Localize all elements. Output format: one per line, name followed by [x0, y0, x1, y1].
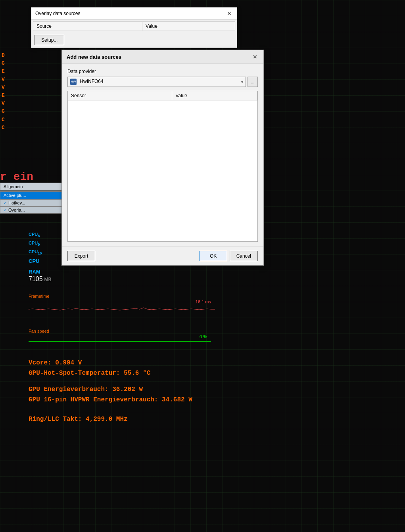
frametime-label: Frametime — [29, 294, 215, 299]
fan-value-container: 0 % — [29, 333, 211, 339]
hotkeys-check-icon: ✓ — [4, 201, 7, 205]
left-label-g: G — [0, 60, 29, 67]
overlay-sources-table: Source Value — [33, 21, 235, 31]
sidebar-tabs-container: Allgemein Active plu... ✓ Hotkey... ✓ Ov… — [0, 183, 63, 214]
overlay-sources-close-button[interactable]: ✕ — [226, 10, 233, 17]
cancel-button[interactable]: Cancel — [230, 251, 258, 261]
stats-block: Vcore: 0.994 V GPU-Hot-Spot-Temperatur: … — [29, 358, 192, 425]
cpu-label: CPU — [29, 257, 42, 265]
sensor-col-header: Sensor — [68, 91, 172, 100]
hwinfo-overlay: CPU8 CPU9 CPU10 CPU RAM 7105 MB Frametim… — [29, 230, 405, 532]
left-label-v1: V — [0, 76, 29, 84]
footer-ok-cancel: OK Cancel — [200, 251, 258, 261]
cpu8-label: CPU8 — [29, 231, 42, 239]
cpu9-label: CPU9 — [29, 240, 42, 248]
value-col-header: Value — [142, 22, 235, 31]
overlay-sources-title: Overlay data sources — [35, 11, 80, 16]
overlay-sources-body: Source Value — [31, 20, 237, 33]
provider-label: Data provider — [67, 69, 258, 74]
overlay-sources-dialog: Overlay data sources ✕ Source Value Setu… — [31, 7, 237, 48]
ram-section: RAM 7105 MB — [29, 268, 52, 283]
cpu10-label: CPU10 — [29, 249, 42, 256]
provider-name: HwINFO64 — [80, 79, 103, 84]
add-source-titlebar: Add new data sources ✕ — [62, 50, 263, 64]
frametime-graph — [29, 305, 215, 314]
gpu-hotspot-line: GPU-Hot-Spot-Temperatur: 55.6 °C — [29, 368, 192, 379]
ram-value: 7105 — [29, 276, 43, 283]
fan-label: Fan speed — [29, 329, 211, 333]
r-ein-text: r ein — [0, 171, 33, 183]
ring-llc-line: Ring/LLC Takt: 4,299.0 MHz — [29, 414, 192, 425]
overlay-sources-setup-button[interactable]: Setup... — [35, 35, 64, 45]
sidebar-menu-hotkeys[interactable]: ✓ Hotkey... — [0, 199, 63, 206]
fan-section: Fan speed 0 % — [29, 329, 211, 345]
frametime-value-container: 16.1 ms — [29, 299, 215, 305]
left-edge-labels: D G E V V E V G C C — [0, 52, 29, 132]
frametime-waveform-line — [29, 308, 215, 310]
provider-browse-button[interactable]: ... — [248, 77, 258, 87]
overlay-sources-footer: Setup... — [31, 33, 237, 48]
ok-button[interactable]: OK — [200, 251, 227, 261]
left-label-g2: G — [0, 108, 29, 116]
add-source-title: Add new data sources — [67, 54, 121, 60]
gpu-hvpwr-line: GPU 16-pin HVPWR Energieverbrauch: 34.68… — [29, 395, 192, 405]
add-source-body: Data provider HW HwINFO64 ▾ ... Sensor V… — [62, 64, 263, 247]
hwinfo-icon: HW — [70, 79, 77, 85]
frametime-value: 16.1 ms — [196, 299, 211, 304]
overlay-check-icon: ✓ — [4, 208, 7, 212]
add-source-footer: Export OK Cancel — [62, 247, 263, 265]
left-label-e: E — [0, 67, 29, 75]
left-label-v2: V — [0, 84, 29, 92]
fan-value: 0 % — [200, 334, 207, 339]
source-col-header: Source — [33, 22, 142, 31]
vcore-line: Vcore: 0.994 V — [29, 358, 192, 368]
fan-green-bar — [29, 341, 211, 342]
left-label-e2: E — [0, 92, 29, 100]
sensor-table: Sensor Value — [68, 91, 257, 100]
left-label-c1: C — [0, 116, 29, 124]
ram-label: RAM — [29, 269, 52, 275]
provider-row: HW HwINFO64 ▾ ... — [67, 77, 258, 87]
cpu-labels-block: CPU8 CPU9 CPU10 CPU — [29, 230, 42, 266]
left-label-c2: C — [0, 124, 29, 132]
provider-select[interactable]: HW HwINFO64 ▾ — [67, 77, 246, 87]
gpu-power-line: GPU Energieverbrauch: 36.202 W — [29, 385, 192, 395]
sidebar-tab-active-plugins[interactable]: Active plu... — [0, 191, 63, 199]
sensor-table-container[interactable]: Sensor Value — [67, 91, 258, 242]
left-label-d: D — [0, 52, 29, 60]
sidebar-tab-allgemein[interactable]: Allgemein — [0, 183, 63, 191]
ram-display: 7105 MB — [29, 276, 52, 283]
overlay-sources-titlebar: Overlay data sources ✕ — [31, 8, 237, 20]
sensor-value-col-header: Value — [172, 91, 257, 100]
provider-dropdown-arrow-icon: ▾ — [241, 80, 243, 84]
frametime-section: Frametime 16.1 ms — [29, 294, 215, 316]
left-label-v3: V — [0, 100, 29, 108]
sidebar-menu-overlay[interactable]: ✓ Overla... — [0, 206, 63, 214]
add-source-dialog: Add new data sources ✕ Data provider HW … — [61, 50, 264, 266]
ram-unit: MB — [44, 277, 52, 282]
provider-select-content: HW HwINFO64 — [70, 79, 104, 85]
add-source-close-button[interactable]: ✕ — [251, 53, 259, 60]
export-button[interactable]: Export — [67, 251, 95, 261]
